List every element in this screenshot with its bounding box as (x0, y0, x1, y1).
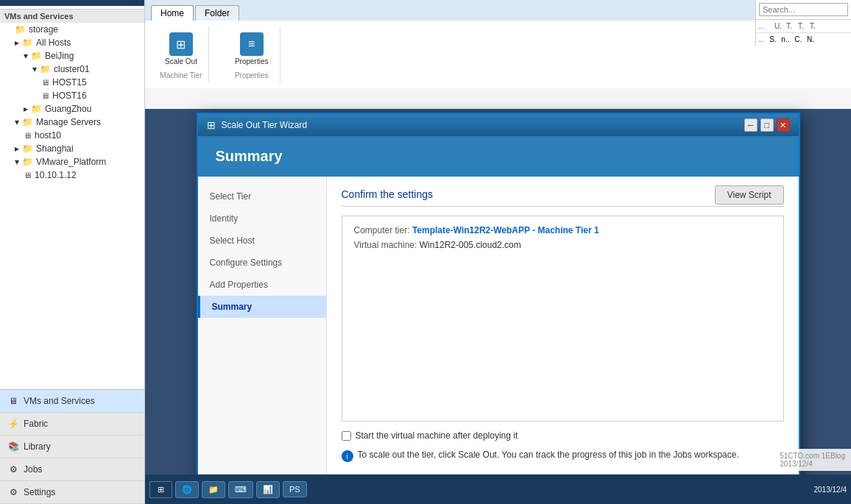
properties-button[interactable]: ≡ Properties (230, 29, 274, 68)
taskbar-time: 2013/12/4 (814, 486, 847, 494)
tree-label-cluster01: cluster01 (54, 64, 90, 74)
ribbon-group-label-props: Properties (235, 71, 269, 79)
start-vm-checkbox[interactable] (342, 431, 351, 441)
nav-label-jobs: Jobs (24, 464, 42, 475)
nav-fabric[interactable]: ⚡ Fabric (0, 413, 144, 436)
col-u: U. (774, 22, 785, 30)
tree-label-manage-servers: Manage Servers (36, 117, 101, 127)
view-script-button[interactable]: View Script (715, 185, 784, 205)
taskbar-explorer[interactable]: 📁 (202, 481, 225, 498)
tree-item-shanghai[interactable]: ▸ 📁 Shanghai (0, 142, 144, 155)
note-text: To scale out the tier, click Scale Out. … (358, 450, 739, 460)
folder-icon: 📁 (22, 157, 33, 167)
nav-label-fabric: Fabric (24, 419, 48, 429)
col-dots: ... (758, 22, 773, 30)
wizard-window-controls: ─ □ ✕ (744, 118, 790, 132)
vm-value: Win12R2-005.cloud2.com (420, 240, 521, 250)
info-icon: i (342, 450, 353, 462)
tree-item-all-hosts[interactable]: ▸ 📁 All Hosts (0, 36, 144, 49)
close-button[interactable]: ✕ (777, 118, 790, 132)
scale-out-button[interactable]: ⊞ Scale Out (160, 29, 202, 68)
wizard-step-select-tier[interactable]: Select Tier (198, 185, 326, 207)
bottom-navigation: 🖥 VMs and Services ⚡ Fabric 📚 Library ⚙ … (0, 389, 144, 504)
taskbar-ie[interactable]: 🌐 (175, 481, 199, 498)
watermark: 51CTO.com 1EBlog 2013/12/4 (774, 449, 851, 471)
search-panel: ... U. T. T. T. ... S. n.. C. N. (755, 0, 851, 46)
server-icon: 🖥 (24, 131, 32, 140)
tree-item-guangzhou[interactable]: ▸ 📁 GuangZhou (0, 102, 144, 116)
tree-label-beijing: BeiJing (45, 51, 74, 61)
col-t2: T. (798, 22, 808, 30)
left-panel: VMs and Services 📁 storage ▸ 📁 All Hosts… (0, 0, 145, 504)
watermark-date: 2013/12/4 (780, 460, 845, 468)
tree-label-host16: HOST16 (52, 90, 87, 101)
scale-out-label: Scale Out (165, 57, 197, 65)
start-button[interactable]: ⊞ (149, 481, 172, 498)
fabric-icon: ⚡ (7, 418, 19, 430)
properties-label: Properties (235, 57, 269, 65)
tree-item-ip[interactable]: 🖥 10.10.1.12 (0, 168, 144, 182)
tab-folder[interactable]: Folder (195, 5, 239, 21)
tree-label-guangzhou: GuangZhou (45, 104, 91, 114)
wizard-navigation: Select Tier Identity Select Host Configu… (198, 177, 327, 474)
tree-item-cluster01[interactable]: ▾ 📁 cluster01 (0, 63, 144, 76)
tree-item-host16[interactable]: 🖥 HOST16 (0, 89, 144, 102)
nav-label-settings: Settings (24, 487, 55, 497)
col-t: T. (786, 22, 797, 30)
taskbar-monitor[interactable]: 📊 (256, 481, 280, 498)
expand-icon: ▾ (32, 64, 37, 74)
library-icon: 📚 (7, 441, 19, 452)
wizard-step-select-host[interactable]: Select Host (198, 230, 326, 252)
properties-icon: ≡ (240, 32, 264, 56)
expand-icon: ▸ (15, 143, 19, 154)
tree-item-manage-servers[interactable]: ▾ 📁 Manage Servers (0, 116, 144, 129)
server-icon: 🖥 (41, 78, 49, 87)
ribbon-tabs: Home Folder (145, 0, 851, 21)
maximize-button[interactable]: □ (760, 118, 774, 132)
folder-icon: 📁 (22, 38, 33, 48)
nav-library[interactable]: 📚 Library (0, 436, 144, 458)
computer-tier-value: Template-Win12R2-WebAPP - Machine Tier 1 (412, 225, 599, 235)
taskbar-terminal[interactable]: ⌨ (228, 481, 253, 498)
tree-label-host10: host10 (35, 130, 61, 141)
wizard-step-configure-settings[interactable]: Configure Settings (198, 252, 326, 274)
taskbar-powershell[interactable]: PS (283, 481, 307, 497)
settings-info-box: Computer tier: Template-Win12R2-WebAPP -… (342, 216, 784, 422)
wizard-body: Select Tier Identity Select Host Configu… (198, 177, 799, 474)
wizard-header: Summary (198, 136, 799, 177)
folder-icon: 📁 (15, 24, 26, 35)
wizard-step-add-properties[interactable]: Add Properties (198, 274, 326, 296)
minimize-button[interactable]: ─ (744, 118, 758, 132)
nav-label-library: Library (24, 441, 51, 452)
tab-home[interactable]: Home (151, 5, 194, 21)
expand-icon: ▾ (24, 51, 28, 61)
nav-settings[interactable]: ⚙ Settings (0, 481, 144, 504)
tree-label-host15: HOST15 (52, 77, 87, 88)
ribbon-content: ⊞ Scale Out Machine Tier ≡ Properties Pr… (145, 21, 851, 88)
search-box-area (756, 0, 851, 20)
nav-vms-services[interactable]: 🖥 VMs and Services (0, 390, 144, 413)
tree-item-host10[interactable]: 🖥 host10 (0, 129, 144, 142)
wizard-dialog: ⊞ Scale Out Tier Wizard ─ □ ✕ Summary Se… (197, 113, 800, 504)
wizard-header-title: Summary (216, 148, 781, 165)
expand-icon: ▸ (24, 104, 28, 114)
tree-item-storage[interactable]: 📁 storage (0, 23, 144, 36)
nav-jobs[interactable]: ⚙ Jobs (0, 458, 144, 481)
wizard-title-left: ⊞ Scale Out Tier Wizard (207, 119, 308, 131)
tree-label-all-hosts: All Hosts (36, 38, 71, 48)
search-input[interactable] (759, 3, 848, 16)
tree-item-vmware-platform[interactable]: ▾ 📁 VMware_Platform (0, 155, 144, 168)
subhdr-s: S. (769, 35, 776, 43)
navigation-tree: VMs and Services 📁 storage ▸ 📁 All Hosts… (0, 6, 144, 389)
vms-services-section: VMs and Services (0, 9, 144, 23)
tree-item-beijing[interactable]: ▾ 📁 BeiJing (0, 49, 144, 63)
vms-services-icon: 🖥 (7, 395, 19, 407)
tree-item-host15[interactable]: 🖥 HOST15 (0, 76, 144, 89)
expand-icon: ▸ (15, 38, 19, 48)
wizard-step-summary[interactable]: Summary (198, 296, 326, 318)
scale-out-icon: ⊞ (169, 32, 193, 56)
subhdr-n2: N. (807, 35, 814, 43)
wizard-step-identity[interactable]: Identity (198, 207, 326, 230)
col-subheaders: ... S. n.. C. N. (756, 33, 851, 46)
nav-label-vms: VMs and Services (24, 396, 95, 406)
